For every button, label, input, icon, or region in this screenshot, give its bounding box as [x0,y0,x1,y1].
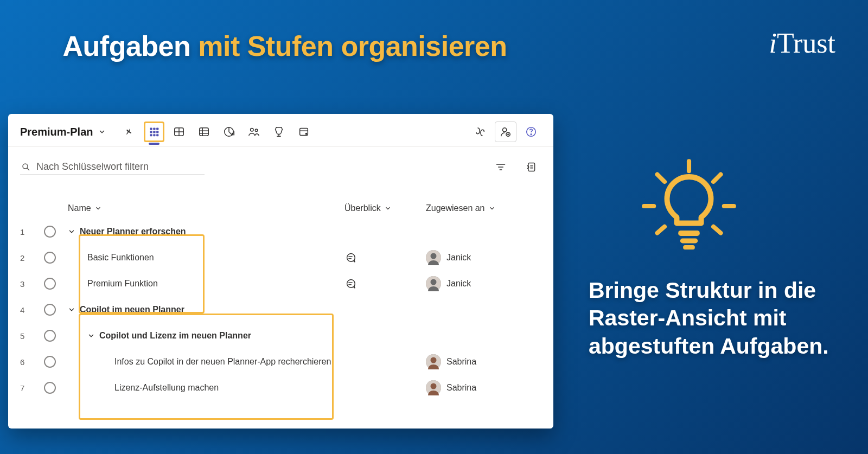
complete-radio[interactable] [44,356,56,368]
avatar [426,250,441,265]
title-accent: mit Stufen organisieren [198,30,507,62]
avatar [426,354,441,369]
svg-rect-59 [680,238,698,243]
assignee-cell[interactable]: Janick [426,276,556,291]
complete-radio[interactable] [44,252,56,264]
chevron-down-icon[interactable] [68,228,75,235]
complete-radio[interactable] [44,226,56,238]
task-row[interactable]: 3Premium FunktionJanick [8,271,553,297]
columns-header: Name Überblick Zugewiesen an [8,178,553,219]
task-name[interactable]: Copilot im neuen Planner [68,305,344,315]
svg-point-23 [306,133,307,134]
svg-point-24 [503,128,507,132]
goals-view-icon[interactable] [269,122,289,142]
assignee-name: Sabrina [446,357,476,367]
column-name[interactable]: Name [68,203,344,213]
assignee-name: Sabrina [446,383,476,393]
search-placeholder: Nach Schlüsselwort filtern [36,161,149,172]
svg-rect-60 [683,245,695,250]
row-number: 3 [20,279,44,289]
chevron-down-icon[interactable] [87,332,95,340]
task-name[interactable]: Infos zu Copilot in der neuen Planner-Ap… [68,357,344,367]
board-view-icon[interactable] [169,122,189,142]
task-row[interactable]: 2Basic FunktionenJanick [8,245,553,271]
task-name[interactable]: Basic Funktionen [68,253,344,263]
filter-icon[interactable] [490,157,511,177]
pin-icon[interactable] [119,122,139,142]
column-assigned-label: Zugewiesen an [426,203,485,213]
people-view-icon[interactable] [244,122,264,142]
column-overview-label: Überblick [344,203,381,213]
avatar [426,380,441,395]
svg-rect-3 [150,131,152,133]
svg-rect-0 [150,128,152,130]
toolbar: Premium-Plan [8,114,553,147]
assignee-cell[interactable]: Sabrina [426,354,556,369]
complete-radio[interactable] [44,304,56,316]
brand-logo: iTrust [769,27,835,59]
svg-rect-7 [154,134,156,136]
svg-point-19 [251,129,254,132]
svg-rect-12 [200,128,209,136]
plan-name-label: Premium-Plan [20,126,93,138]
assignee-cell[interactable]: Janick [426,250,556,265]
grid-view-icon[interactable] [144,122,164,142]
svg-point-30 [23,164,28,169]
card-view-icon[interactable] [293,122,314,142]
avatar [426,276,441,291]
svg-rect-1 [154,128,156,130]
timeline-view-icon[interactable] [194,122,214,142]
plan-name-dropdown[interactable]: Premium-Plan [20,126,106,138]
task-row[interactable]: 7Lizenz-Aufstellung machenSabrina [8,375,553,401]
task-row[interactable]: 1Neuer Planner erforschen [8,219,553,245]
task-name-label: Copilot und Lizenz im neuen Planner [99,331,251,341]
row-number: 5 [20,331,44,341]
svg-line-53 [713,175,721,182]
lightbulb-icon [640,157,738,255]
task-row[interactable]: 4Copilot im neuen Planner [8,297,553,323]
help-icon[interactable] [521,122,541,142]
assignee-name: Janick [446,253,471,263]
planner-window: Premium-Plan [8,114,553,429]
complete-radio[interactable] [44,330,56,342]
column-assigned[interactable]: Zugewiesen an [426,203,556,213]
svg-point-42 [431,253,437,259]
complete-radio[interactable] [44,382,56,394]
svg-rect-8 [157,134,159,136]
task-name[interactable]: Copilot und Lizenz im neuen Planner [68,331,344,341]
column-overview[interactable]: Überblick [344,203,426,213]
row-number: 6 [20,357,44,367]
search-input[interactable]: Nach Schlüsselwort filtern [20,159,205,175]
task-name-label: Infos zu Copilot in der neuen Planner-Ap… [114,357,331,367]
svg-rect-58 [678,231,700,236]
svg-line-52 [658,175,665,182]
task-name[interactable]: Neuer Planner erforschen [68,227,344,236]
svg-point-20 [256,129,258,132]
svg-rect-18 [234,131,235,135]
task-name-label: Premium Funktion [87,279,158,289]
task-name-label: Copilot im neuen Planner [80,305,184,315]
chart-view-icon[interactable] [219,122,239,142]
task-name-label: Basic Funktionen [87,253,154,263]
svg-point-50 [431,383,437,389]
svg-rect-4 [154,131,156,133]
chevron-down-icon[interactable] [68,306,75,314]
tip-text: Bringe Struktur in die Raster-Ansicht mi… [589,277,844,360]
task-name[interactable]: Lizenz-Aufstellung machen [68,383,344,393]
assignee-cell[interactable]: Sabrina [426,380,556,395]
overview-cell [344,278,426,290]
task-name-label: Lizenz-Aufstellung machen [114,383,219,393]
complete-radio[interactable] [44,278,56,290]
add-member-button[interactable] [495,122,516,142]
row-number: 2 [20,253,44,263]
svg-point-46 [431,279,437,285]
task-name[interactable]: Premium Funktion [68,279,344,289]
task-row[interactable]: 6Infos zu Copilot in der neuen Planner-A… [8,349,553,375]
assignee-name: Janick [446,279,471,289]
copilot-icon[interactable] [470,122,490,142]
task-row[interactable]: 5Copilot und Lizenz im neuen Planner [8,323,553,349]
page-title: Aufgaben mit Stufen organisieren [0,30,570,62]
svg-point-29 [531,134,531,135]
chevron-down-icon [98,128,106,136]
export-icon[interactable] [521,157,541,177]
